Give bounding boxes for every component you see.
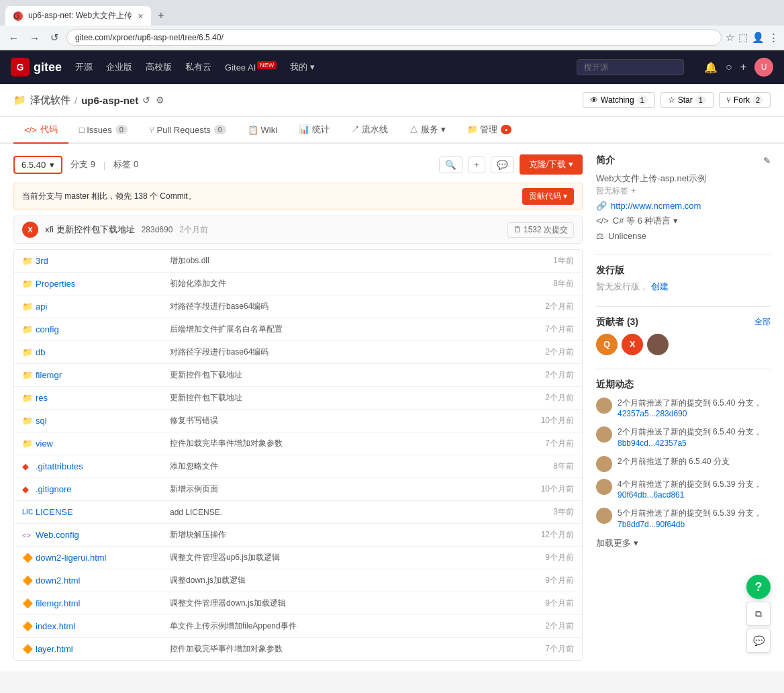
file-commit: 调整文件管理器up6.js加载逻辑 <box>170 552 520 563</box>
contributor-avatar-1[interactable]: Q <box>596 334 618 355</box>
search-button[interactable]: 🔍 <box>439 156 462 173</box>
release-create-link[interactable]: 创建 <box>651 281 669 291</box>
activity-link-2[interactable]: 8bb94cd...42357a5 <box>618 438 687 448</box>
file-name[interactable]: index.html <box>36 621 170 631</box>
branch-selector[interactable]: 6.5.40 ▾ <box>13 156 62 174</box>
file-row: ◆ .gitignore 新增示例页面 10个月前 <box>14 478 582 501</box>
clone-download-button[interactable]: 克隆/下载 ▾ <box>520 154 583 175</box>
star-icon: ☆ <box>668 95 675 105</box>
nav-gitee-ai[interactable]: Gitee AINEW <box>225 62 277 73</box>
file-time: 9个月前 <box>520 575 574 586</box>
address-bar[interactable]: gitee.com/xproer/up6-asp-net/tree/6.5.40… <box>66 30 722 46</box>
profile-icon[interactable]: 👤 <box>752 32 765 44</box>
comment-button[interactable]: 💬 <box>491 156 514 173</box>
nav-university[interactable]: 高校版 <box>146 61 172 73</box>
refresh-repo-icon[interactable]: ↺ <box>142 95 150 105</box>
file-name[interactable]: 3rd <box>36 256 170 266</box>
file-name[interactable]: layer.html <box>36 644 170 654</box>
active-tab[interactable]: G up6-asp-net: Web大文件上传 × <box>5 6 151 26</box>
file-row: 📁 api 对路径字段进行base64编码 2个月前 <box>14 295 582 318</box>
contribute-code-button[interactable]: 贡献代码 ▾ <box>522 188 574 205</box>
gitee-logo[interactable]: G gitee <box>11 58 62 77</box>
file-name[interactable]: db <box>36 347 170 357</box>
commit-hash[interactable]: 283d690 <box>142 225 173 234</box>
contributor-avatar-3[interactable] <box>647 334 669 355</box>
file-name[interactable]: Web.config <box>36 530 170 540</box>
tab-close-button[interactable]: × <box>138 11 143 21</box>
file-name[interactable]: down2.html <box>36 575 170 586</box>
watching-count: 1 <box>637 95 648 105</box>
gitee-search-input[interactable] <box>577 59 684 75</box>
menu-icon[interactable]: ⋮ <box>769 32 779 44</box>
nav-private-cloud[interactable]: 私有云 <box>185 61 211 73</box>
file-commit: 修复书写错误 <box>170 415 520 426</box>
contributor-avatar-2[interactable]: X <box>622 334 643 355</box>
file-row: <> Web.config 新增块解压操作 12个月前 <box>14 524 582 547</box>
commit-count[interactable]: 🗒 1532 次提交 <box>507 222 574 238</box>
add-button[interactable]: + <box>468 156 485 173</box>
tab-stats[interactable]: 📊 统计 <box>288 117 340 144</box>
file-name[interactable]: LICENSE <box>36 507 170 517</box>
help-button[interactable]: ? <box>746 575 771 599</box>
file-name[interactable]: .gitattributes <box>36 461 170 471</box>
contributors-all-link[interactable]: 全部 <box>754 316 771 328</box>
add-tag-icon[interactable]: + <box>631 186 636 195</box>
extension-icon[interactable]: ⬚ <box>738 32 748 44</box>
nav-mine[interactable]: 我的 ▾ <box>290 61 315 73</box>
branch-info: 分支 9 | 标签 0 <box>70 158 138 171</box>
release-none-text: 暂无发行版， <box>596 281 648 291</box>
repo-org[interactable]: 泽优软件 <box>30 94 70 107</box>
activity-link-1[interactable]: 42357a5...283d690 <box>618 409 687 418</box>
repo-name[interactable]: up6-asp-net <box>81 95 138 106</box>
tab-services[interactable]: △ 服务 ▾ <box>399 117 456 144</box>
file-row: 📁 3rd 增加obs.dll 1年前 <box>14 250 582 273</box>
file-name[interactable]: view <box>36 438 170 449</box>
settings-repo-icon[interactable]: ⚙ <box>156 95 164 105</box>
file-commit: 增加obs.dll <box>170 255 520 267</box>
notification-icon[interactable]: 🔔 <box>704 61 718 74</box>
main-content: G gitee 开源 企业版 高校版 私有云 Gitee AINEW 我的 ▾ … <box>0 50 784 672</box>
website-link[interactable]: 🔗 http://www.ncmem.com <box>596 201 771 211</box>
fork-icon: ⑂ <box>726 95 731 105</box>
tab-management[interactable]: 📁 管理 • <box>456 117 522 144</box>
bookmark-icon[interactable]: ☆ <box>726 32 734 44</box>
file-time: 10个月前 <box>520 415 574 426</box>
chat-button[interactable]: 💬 <box>746 629 771 653</box>
file-name[interactable]: api <box>36 302 170 312</box>
copy-button[interactable]: ⧉ <box>746 602 771 626</box>
star-button[interactable]: ☆ Star 1 <box>660 92 714 108</box>
file-name[interactable]: sql <box>36 416 170 426</box>
tab-issues[interactable]: □ Issues 0 <box>68 118 138 143</box>
back-button[interactable]: ← <box>5 31 22 45</box>
refresh-button[interactable]: ↺ <box>47 30 62 45</box>
file-name[interactable]: config <box>36 324 170 334</box>
watching-button[interactable]: 👁 Watching 1 <box>583 92 655 108</box>
user-avatar[interactable]: U <box>754 58 773 77</box>
file-name[interactable]: .gitignore <box>36 484 170 494</box>
edit-icon[interactable]: ✎ <box>763 156 771 166</box>
tab-code[interactable]: </> 代码 <box>13 117 68 144</box>
nav-enterprise[interactable]: 企业版 <box>106 61 132 73</box>
file-name[interactable]: res <box>36 393 170 403</box>
explore-icon[interactable]: ○ <box>726 61 732 73</box>
tab-wiki[interactable]: 📋 Wiki <box>237 118 288 143</box>
activity-link-4[interactable]: 90f64db...6acd861 <box>618 490 684 500</box>
fork-button[interactable]: ⑂ Fork 2 <box>719 92 771 108</box>
tab-pipeline[interactable]: ↗ 流水线 <box>340 117 399 144</box>
forward-button[interactable]: → <box>26 31 43 45</box>
new-tab-button[interactable]: + <box>151 5 170 26</box>
gitee-logo-icon: G <box>11 58 30 77</box>
file-time: 2个月前 <box>520 392 574 404</box>
nav-open-source[interactable]: 开源 <box>75 61 93 73</box>
file-name[interactable]: down2-ligerui.html <box>36 553 170 563</box>
tab-pullrequests[interactable]: ⑂ Pull Requests 0 <box>138 118 237 143</box>
master-compare-text: 当前分支与 master 相比，领先 138 个 Commit。 <box>22 191 196 202</box>
file-name[interactable]: Properties <box>36 279 170 289</box>
activity-link-5[interactable]: 7b8dd7d...90f64db <box>618 520 685 529</box>
file-name[interactable]: filemgr <box>36 370 170 380</box>
browser-chrome: G up6-asp-net: Web大文件上传 × + <box>0 0 784 26</box>
create-icon[interactable]: + <box>740 61 746 73</box>
file-name[interactable]: filemgr.html <box>36 598 170 608</box>
load-more-button[interactable]: 加载更多 ▾ <box>596 537 771 549</box>
master-compare-bar: 当前分支与 master 相比，领先 138 个 Commit。 贡献代码 ▾ <box>13 183 583 210</box>
